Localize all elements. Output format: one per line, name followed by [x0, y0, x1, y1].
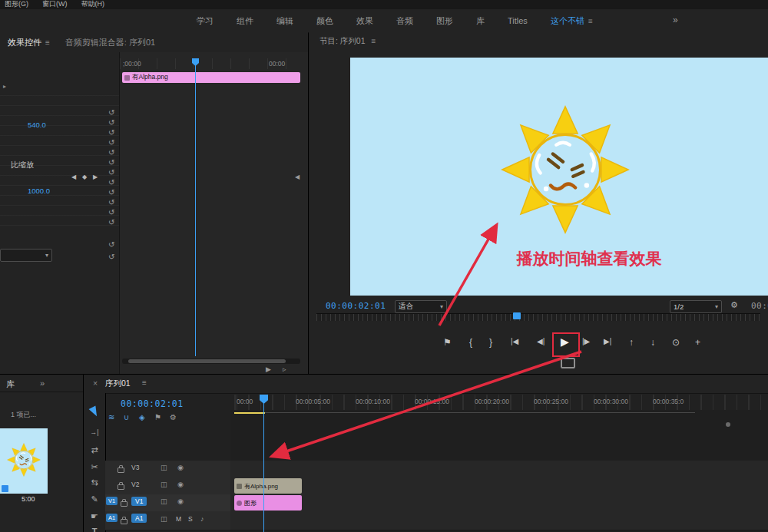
blend-mode-dropdown[interactable]: ▾	[0, 249, 52, 262]
reset-parameter-icon[interactable]: ↺	[108, 219, 114, 226]
menu-item-help[interactable]: 帮助(H)	[81, 0, 105, 9]
mini-timeline-clip[interactable]: 有Alpha.png	[122, 72, 300, 83]
button-editor-icon[interactable]: +	[695, 337, 700, 348]
mini-timeline-playhead[interactable]	[195, 58, 196, 356]
extract-icon[interactable]: ↓	[650, 337, 655, 348]
ripple-edit-tool[interactable]: ⇄	[84, 445, 105, 455]
track-header-a1[interactable]: A1 A1 ◫ M S ♪	[105, 511, 230, 530]
clip-alpha-png[interactable]: 有Alpha.png	[234, 478, 302, 494]
toggle-track-output-icon[interactable]: ◉	[177, 497, 184, 505]
mark-in-icon[interactable]: {	[469, 337, 472, 348]
timeline-panel-menu-icon[interactable]: ≡	[142, 378, 147, 387]
play-around-icon[interactable]: ▹	[283, 365, 286, 373]
tab-audio-clip-mixer[interactable]: 音频剪辑混合器: 序列01	[58, 37, 163, 48]
mini-timeline-scrollbar[interactable]	[122, 359, 300, 364]
work-area-bar[interactable]	[234, 412, 265, 414]
reset-parameter-icon[interactable]: ↺	[108, 189, 114, 197]
timeline-settings-icon[interactable]: ⚙	[170, 413, 177, 421]
add-keyframe-icon[interactable]: ◆	[82, 173, 87, 180]
sync-lock-icon[interactable]: ◫	[161, 464, 167, 471]
menu-item-window[interactable]: 窗口(W)	[42, 0, 68, 9]
settings-wrench-icon[interactable]: ⚙	[730, 300, 738, 310]
reset-parameter-icon[interactable]: ↺	[108, 169, 114, 177]
reset-parameter-icon[interactable]: ↺	[108, 109, 114, 117]
scale-value[interactable]: 1000.0	[28, 187, 50, 195]
reset-parameter-icon[interactable]: ↺	[108, 253, 114, 261]
scrub-playhead-handle[interactable]	[513, 312, 521, 319]
track-header-v2[interactable]: V2 ◫ ◉	[105, 477, 230, 495]
toggle-track-output-icon[interactable]: ◉	[177, 464, 184, 471]
source-patch-v1[interactable]: V1	[106, 497, 118, 505]
solo-track-button[interactable]: S	[188, 515, 193, 523]
sync-lock-icon[interactable]: ◫	[161, 515, 167, 523]
timeline-playhead[interactable]	[263, 395, 264, 532]
add-marker-icon[interactable]: ⚑	[443, 337, 452, 348]
timeline-ruler[interactable]: 00:00 00:00:05:00 00:00:10:00 00:00:15:0…	[230, 395, 768, 411]
program-scrub-bar[interactable]	[316, 313, 760, 321]
section-collapse-icon[interactable]: ▸	[3, 83, 6, 90]
reset-parameter-icon[interactable]: ↺	[108, 241, 114, 249]
workspace-overflow-icon[interactable]: »	[673, 15, 678, 25]
step-back-icon[interactable]: ◀|	[537, 337, 545, 345]
go-to-in-icon[interactable]: |◀	[511, 337, 518, 345]
slip-tool[interactable]: ⇆	[84, 477, 105, 487]
mini-timeline-ruler[interactable]: ;00:00 00:00	[120, 58, 303, 69]
linked-selection-icon[interactable]: ◈	[139, 413, 145, 421]
track-header-v1[interactable]: V1 V1 ◫ ◉	[105, 494, 230, 512]
reset-parameter-icon[interactable]: ↺	[108, 209, 114, 216]
timeline-timecode[interactable]: 00:00:02:01	[121, 398, 184, 409]
track-select-tool[interactable]: →|	[84, 428, 105, 436]
timeline-tab-label[interactable]: 序列01	[105, 378, 131, 389]
go-to-out-icon[interactable]: ▶|	[604, 337, 611, 345]
pen-tool[interactable]: ✎	[84, 494, 105, 504]
reset-parameter-icon[interactable]: ↺	[108, 139, 114, 147]
track-name-v2[interactable]: V2	[131, 481, 139, 488]
razor-tool[interactable]: ✂	[84, 462, 105, 472]
play-effect-icon[interactable]: ▶	[266, 365, 271, 373]
sync-lock-icon[interactable]: ◫	[161, 481, 167, 488]
reset-parameter-icon[interactable]: ↺	[108, 129, 114, 137]
track-lock-icon[interactable]	[121, 519, 127, 524]
workspace-menu-icon[interactable]: ≡	[588, 17, 593, 25]
track-lane-v3[interactable]	[230, 461, 768, 478]
track-name-v3[interactable]: V3	[131, 464, 139, 471]
track-lane-v2[interactable]	[230, 477, 768, 495]
type-tool[interactable]: T	[84, 527, 105, 532]
track-lane-a1[interactable]	[230, 511, 768, 530]
workspace-tab-custom-active[interactable]: 这个不错≡	[551, 15, 593, 27]
toggle-track-output-icon[interactable]: ◉	[177, 481, 184, 488]
prev-keyframe-icon[interactable]: ◀	[71, 173, 76, 180]
mute-track-button[interactable]: M	[176, 515, 181, 523]
fit-dropdown[interactable]: 适合▾	[395, 300, 447, 313]
sync-lock-icon[interactable]: ◫	[161, 497, 167, 505]
track-header-v3[interactable]: V3 ◫ ◉	[105, 461, 230, 478]
lift-icon[interactable]: ↑	[629, 337, 634, 348]
comparison-view-icon[interactable]	[561, 358, 575, 368]
workspace-tab-graphics[interactable]: 图形	[436, 15, 453, 27]
menu-item-graphics[interactable]: 图形(G)	[5, 0, 28, 9]
reset-parameter-icon[interactable]: ↺	[108, 159, 114, 167]
hand-tool[interactable]: ☛	[84, 511, 105, 521]
source-patch-a1[interactable]: A1	[106, 514, 118, 522]
effect-controls-panel-menu-icon[interactable]: ≡	[45, 38, 50, 47]
track-name-a1[interactable]: A1	[131, 514, 147, 523]
zoom-scroll-handle[interactable]	[726, 422, 730, 427]
panel-collapse-icon[interactable]: »	[40, 378, 45, 388]
track-name-v1[interactable]: V1	[131, 497, 147, 506]
workspace-tab-effects[interactable]: 效果	[356, 15, 373, 27]
program-panel-menu-icon[interactable]: ≡	[371, 37, 376, 45]
workspace-tab-learn[interactable]: 学习	[197, 15, 214, 27]
position-value[interactable]: 540.0	[28, 121, 46, 129]
reset-parameter-icon[interactable]: ↺	[108, 179, 114, 187]
workspace-tab-audio[interactable]: 音频	[396, 15, 413, 27]
track-lock-icon[interactable]	[118, 468, 124, 473]
reset-parameter-icon[interactable]: ↺	[108, 199, 114, 207]
scrollbar-handle[interactable]	[128, 359, 286, 363]
export-frame-icon[interactable]: ⊙	[672, 337, 680, 348]
workspace-tab-editing[interactable]: 编辑	[276, 15, 293, 27]
track-lane-v1[interactable]	[230, 494, 768, 512]
selection-tool[interactable]	[84, 407, 105, 417]
track-lock-icon[interactable]	[121, 501, 127, 507]
keyframe-nav-icon[interactable]: ◀	[295, 173, 300, 180]
nest-sequence-icon[interactable]: ≋	[108, 413, 114, 421]
